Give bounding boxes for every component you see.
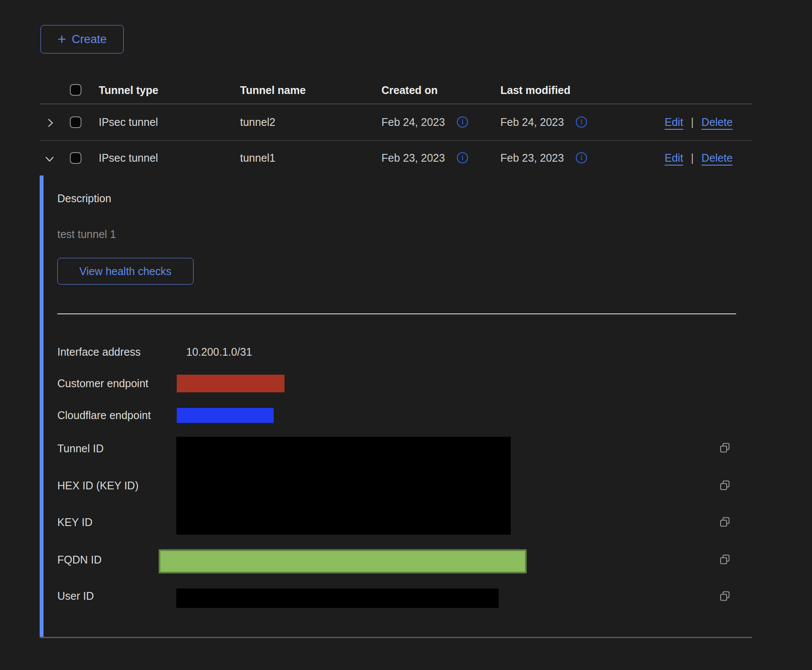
- row-tunnel2-name: tunnel2: [240, 116, 275, 128]
- edit-link[interactable]: Edit: [665, 152, 683, 164]
- copy-key-id-button[interactable]: [719, 516, 731, 528]
- last-modified-date: Feb 23, 2023: [500, 152, 564, 164]
- info-icon[interactable]: i: [457, 152, 468, 163]
- info-glyph: i: [581, 154, 583, 161]
- copy-fqdn-id-button[interactable]: [719, 554, 731, 566]
- key-id-label: KEY ID: [57, 516, 93, 528]
- column-header-tunnel-type: Tunnel type: [99, 84, 158, 96]
- collapse-row-tunnel1-button[interactable]: [44, 153, 56, 166]
- actions-separator: |: [691, 152, 694, 164]
- customer-endpoint-label: Customer endpoint: [57, 377, 148, 389]
- copy-tunnel-id-button[interactable]: [719, 442, 731, 454]
- description-value: test tunnel 1: [57, 228, 116, 240]
- interface-address-label: Interface address: [57, 346, 141, 358]
- info-icon[interactable]: i: [457, 116, 468, 128]
- row-tunnel1-name: tunnel1: [240, 152, 275, 164]
- chevron-down-icon: [44, 153, 56, 165]
- copy-hex-id-button[interactable]: [719, 479, 731, 492]
- create-button[interactable]: + Create: [41, 25, 124, 53]
- create-button-label: Create: [72, 33, 106, 46]
- hex-id-label: HEX ID (KEY ID): [57, 479, 138, 492]
- copy-icon: [719, 590, 731, 602]
- edit-link[interactable]: Edit: [665, 116, 683, 128]
- info-icon[interactable]: i: [576, 116, 587, 128]
- select-all-checkbox[interactable]: [70, 84, 81, 96]
- cloudflare-endpoint-redaction: [177, 408, 274, 423]
- info-glyph: i: [581, 119, 583, 125]
- view-health-checks-button[interactable]: View health checks: [57, 258, 194, 285]
- expand-row-tunnel2-button[interactable]: [44, 116, 57, 129]
- row-tunnel1-checkbox[interactable]: [70, 152, 81, 164]
- copy-icon: [719, 479, 731, 492]
- fqdn-id-redaction: [159, 549, 527, 573]
- row-tunnel1-type: IPsec tunnel: [99, 152, 158, 164]
- created-on-date: Feb 24, 2023: [381, 116, 445, 128]
- row-tunnel2-actions: Edit | Delete: [665, 116, 733, 128]
- last-modified-date: Feb 24, 2023: [500, 116, 564, 128]
- column-header-tunnel-name: Tunnel name: [240, 84, 306, 96]
- copy-icon: [719, 554, 731, 566]
- row-tunnel2-last-modified: Feb 24, 2023 i: [500, 116, 587, 128]
- tunnel-id-label: Tunnel ID: [57, 442, 103, 454]
- row-tunnel2-checkbox[interactable]: [70, 116, 81, 128]
- delete-link[interactable]: Delete: [702, 152, 733, 164]
- row-tunnel1-actions: Edit | Delete: [665, 151, 733, 164]
- description-label: Description: [57, 192, 111, 204]
- actions-separator: |: [691, 116, 694, 128]
- info-glyph: i: [462, 154, 464, 161]
- user-id-label: User ID: [57, 590, 94, 602]
- header-divider: [40, 103, 752, 104]
- column-header-created-on: Created on: [381, 84, 438, 96]
- delete-link[interactable]: Delete: [702, 116, 733, 128]
- row-tunnel2-type: IPsec tunnel: [99, 116, 158, 128]
- row-divider: [40, 140, 752, 141]
- interface-address-value: 10.200.1.0/31: [186, 346, 252, 358]
- info-icon[interactable]: i: [576, 152, 587, 163]
- column-header-last-modified: Last modified: [500, 84, 571, 96]
- copy-icon: [719, 442, 731, 454]
- customer-endpoint-redaction: [177, 375, 284, 392]
- row-tunnel2-created-on: Feb 24, 2023 i: [381, 116, 468, 128]
- copy-user-id-button[interactable]: [719, 590, 731, 602]
- row-tunnel1-created-on: Feb 23, 2023 i: [381, 151, 468, 164]
- ids-redaction: [176, 437, 511, 535]
- user-id-redaction: [176, 589, 499, 608]
- created-on-date: Feb 23, 2023: [381, 152, 445, 164]
- section-divider: [57, 313, 736, 314]
- fqdn-id-label: FQDN ID: [57, 554, 102, 566]
- table-bottom-border: [40, 637, 752, 638]
- cloudflare-endpoint-label: Cloudflare endpoint: [57, 409, 151, 421]
- row-tunnel1-last-modified: Feb 23, 2023 i: [500, 151, 587, 164]
- chevron-right-icon: [44, 117, 56, 129]
- plus-icon: +: [58, 31, 66, 46]
- tunnels-page: + Create Tunnel type Tunnel name Created…: [0, 0, 812, 670]
- expanded-row-indicator-bar: [40, 175, 44, 637]
- info-glyph: i: [462, 119, 464, 125]
- copy-icon: [719, 516, 731, 528]
